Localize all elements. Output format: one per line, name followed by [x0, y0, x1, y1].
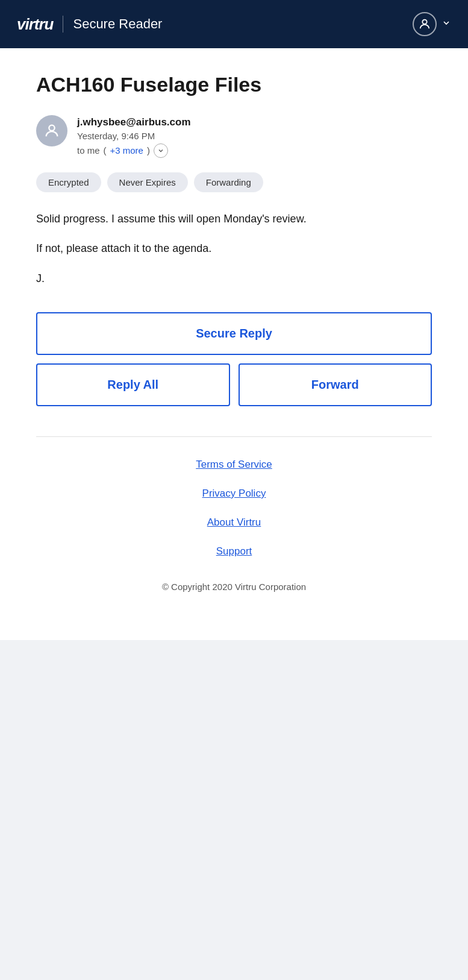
email-subject: ACH160 Fuselage Files [36, 72, 432, 97]
secondary-buttons-row: Reply All Forward [36, 363, 432, 406]
footer-links: Terms of Service Privacy Policy About Vi… [36, 459, 432, 582]
paren-close: ) [147, 145, 150, 155]
email-badges: Encrypted Never Expires Forwarding [36, 172, 432, 192]
terms-of-service-link[interactable]: Terms of Service [196, 459, 272, 471]
footer-divider [36, 436, 432, 437]
header-divider [63, 16, 63, 33]
sender-to-row: to me ( +3 more ) [77, 143, 191, 158]
secure-reply-button[interactable]: Secure Reply [36, 312, 432, 355]
secure-reader-title: Secure Reader [73, 16, 162, 32]
sender-avatar [36, 115, 67, 146]
expand-recipients-button[interactable] [154, 143, 168, 158]
never-expires-badge: Never Expires [107, 172, 188, 192]
user-chevron-icon[interactable] [441, 18, 451, 31]
sender-info: j.whysbee@airbus.com Yesterday, 9:46 PM … [77, 115, 191, 158]
header-brand: virtru Secure Reader [17, 15, 162, 34]
svg-point-1 [49, 125, 54, 130]
header-user-area[interactable] [413, 12, 451, 36]
encrypted-badge: Encrypted [36, 172, 101, 192]
forward-button[interactable]: Forward [239, 363, 432, 406]
paren-open: ( [104, 145, 107, 155]
reply-all-button[interactable]: Reply All [36, 363, 230, 406]
forwarding-badge: Forwarding [194, 172, 263, 192]
sender-email: j.whysbee@airbus.com [77, 116, 191, 128]
email-body-line2: If not, please attach it to the agenda. [36, 240, 432, 258]
more-recipients-link[interactable]: +3 more [110, 145, 143, 155]
user-icon[interactable] [413, 12, 437, 36]
privacy-policy-link[interactable]: Privacy Policy [202, 488, 266, 500]
about-virtru-link[interactable]: About Virtru [207, 517, 261, 529]
virtru-logo: virtru [17, 15, 53, 34]
email-main: ACH160 Fuselage Files j.whysbee@airbus.c… [0, 48, 468, 640]
email-body: Solid progress. I assume this will open … [36, 210, 432, 288]
email-body-line1: Solid progress. I assume this will open … [36, 210, 432, 228]
email-body-signature: J. [36, 270, 432, 288]
sender-row: j.whysbee@airbus.com Yesterday, 9:46 PM … [36, 115, 432, 158]
svg-point-0 [422, 20, 426, 24]
copyright-text: © Copyright 2020 Virtru Corporation [36, 582, 432, 616]
app-header: virtru Secure Reader [0, 0, 468, 48]
sender-time: Yesterday, 9:46 PM [77, 131, 191, 141]
support-link[interactable]: Support [216, 545, 252, 558]
to-label: to me [77, 145, 100, 155]
